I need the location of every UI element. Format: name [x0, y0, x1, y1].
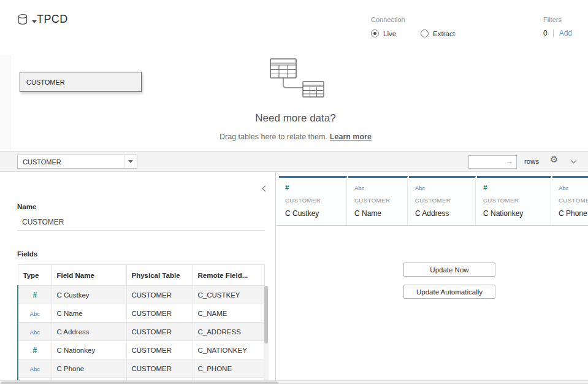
- collapse-panel-icon[interactable]: [262, 186, 269, 192]
- name-divider: [17, 230, 265, 231]
- fields-table-body: #C CustkeyCUSTOMERC_CUSTKEYAbcC NameCUST…: [18, 286, 264, 381]
- remote-field-cell: C_NATIONKEY: [193, 341, 264, 359]
- string-type-icon: Abc: [18, 323, 52, 341]
- fields-column-header[interactable]: Physical Table: [126, 265, 193, 286]
- grid-column-header[interactable]: AbcCUSTOMERC Phone: [552, 176, 588, 225]
- name-value[interactable]: CUSTOMER: [22, 218, 64, 226]
- field-name-cell: C Phone: [52, 359, 126, 378]
- filters-label: Filters: [543, 16, 572, 23]
- remote-field-cell: C_NAME: [193, 304, 264, 323]
- radio-live-label: Live: [383, 30, 396, 37]
- physical-table-cell: CUSTOMER: [126, 359, 193, 378]
- connection-label: Connection: [371, 16, 455, 23]
- physical-table-cell: CUSTOMER: [126, 323, 193, 341]
- grid-toolbar: CUSTOMER → rows ⚙: [0, 151, 588, 172]
- datasource-menu-button[interactable]: [17, 13, 37, 28]
- string-type-icon: Abc: [18, 304, 52, 323]
- field-name-cell: C Name: [52, 304, 126, 323]
- connection-radio-group: Live Extract: [371, 29, 455, 37]
- horizontal-scrollbar-track[interactable]: [0, 380, 588, 384]
- horizontal-scrollbar-thumb[interactable]: [1, 382, 278, 384]
- fields-table-header-row: TypeField NamePhysical TableRemote Field…: [18, 265, 264, 286]
- fields-label: Fields: [17, 250, 37, 258]
- physical-table-cell: CUSTOMER: [126, 304, 193, 323]
- field-row[interactable]: AbcC AddressCUSTOMERC_ADDRESS: [18, 323, 264, 341]
- fields-scrollbar-track[interactable]: [264, 286, 269, 380]
- string-type-icon: Abc: [18, 359, 52, 378]
- fields-scrollbar-thumb[interactable]: [264, 286, 268, 344]
- column-table-name: CUSTOMER: [483, 197, 544, 204]
- radio-extract-label: Extract: [433, 30, 455, 37]
- number-type-icon: #: [18, 341, 52, 359]
- number-type-icon: #: [483, 184, 544, 192]
- gear-icon[interactable]: ⚙: [550, 154, 558, 165]
- rows-label: rows: [524, 158, 539, 165]
- column-table-name: CUSTOMER: [354, 197, 401, 204]
- table-select-caret-zone[interactable]: [124, 155, 137, 168]
- grid-header: #CUSTOMERC CustkeyAbcCUSTOMERC NameAbcCU…: [277, 176, 588, 226]
- chevron-down-icon: [128, 160, 133, 163]
- filters-divider: [553, 29, 554, 37]
- radio-extract[interactable]: Extract: [421, 29, 455, 37]
- table-select-dropdown[interactable]: CUSTOMER: [17, 155, 137, 169]
- fields-table: TypeField NamePhysical TableRemote Field…: [17, 264, 265, 380]
- column-field-name: C Nationkey: [483, 209, 544, 218]
- empty-state-subtitle: Drag tables here to relate them.Learn mo…: [141, 132, 450, 141]
- grid-column-header[interactable]: AbcCUSTOMERC Address: [409, 176, 476, 225]
- update-now-button[interactable]: Update Now: [403, 263, 495, 277]
- filters-section: Filters 0 Add: [543, 16, 572, 37]
- fields-column-header[interactable]: Type: [18, 265, 52, 286]
- radio-live[interactable]: Live: [371, 29, 396, 37]
- tables-illustration-icon: [265, 57, 335, 104]
- column-table-name: CUSTOMER: [415, 197, 469, 204]
- remote-field-cell: C_CUSTKEY: [193, 286, 264, 304]
- field-row[interactable]: AbcC PhoneCUSTOMERC_PHONE: [18, 359, 264, 378]
- filters-count: 0: [543, 29, 548, 37]
- column-field-name: C Name: [354, 209, 401, 218]
- fields-column-header[interactable]: Remote Field...: [193, 265, 264, 286]
- string-type-icon: Abc: [559, 184, 588, 192]
- field-row[interactable]: #C CustkeyCUSTOMERC_CUSTKEY: [18, 286, 264, 304]
- left-pane-collapsed-strip[interactable]: [0, 55, 10, 151]
- string-type-icon: Abc: [354, 184, 401, 192]
- field-name-cell: C Custkey: [52, 286, 126, 304]
- fields-table-container: TypeField NamePhysical TableRemote Field…: [17, 264, 269, 380]
- remote-field-cell: C_ADDRESS: [193, 323, 264, 341]
- column-field-name: C Address: [415, 209, 469, 218]
- column-table-name: CUSTOMER: [559, 197, 588, 204]
- grid-column-header[interactable]: AbcCUSTOMERC Name: [348, 176, 408, 225]
- empty-state-title: Need more data?: [184, 112, 407, 125]
- fields-column-header[interactable]: Field Name: [52, 265, 126, 286]
- remote-field-cell: C_PHONE: [193, 359, 264, 378]
- name-label: Name: [17, 203, 36, 210]
- canvas-table-customer[interactable]: CUSTOMER: [20, 72, 142, 92]
- metadata-panel: Name CUSTOMER Fields TypeField NamePhysi…: [0, 172, 276, 380]
- number-type-icon: #: [285, 184, 340, 192]
- chevron-down-icon[interactable]: [571, 158, 577, 164]
- learn-more-link[interactable]: Learn more: [330, 132, 372, 141]
- filters-add-link[interactable]: Add: [559, 29, 572, 37]
- physical-table-cell: CUSTOMER: [126, 341, 193, 359]
- column-table-name: CUSTOMER: [285, 197, 340, 204]
- table-select-value: CUSTOMER: [23, 158, 61, 166]
- tableau-datasource-page: TPCD Connection Live Extract Filters 0 A…: [0, 0, 588, 384]
- field-name-cell: C Nationkey: [52, 341, 126, 359]
- radio-live-control[interactable]: [371, 29, 379, 37]
- grid-column-header[interactable]: #CUSTOMERC Nationkey: [477, 176, 551, 225]
- field-name-cell: C Address: [52, 323, 126, 341]
- column-field-name: C Custkey: [285, 209, 340, 218]
- connection-section: Connection Live Extract: [371, 16, 455, 37]
- column-field-name: C Phone: [559, 209, 588, 218]
- grid-column-header[interactable]: #CUSTOMERC Custkey: [279, 176, 347, 225]
- empty-state-text: Drag tables here to relate them.: [220, 132, 327, 141]
- radio-extract-control[interactable]: [421, 29, 429, 37]
- go-arrow-icon[interactable]: →: [506, 157, 513, 166]
- update-automatically-button[interactable]: Update Automatically: [403, 285, 495, 299]
- datasource-title: TPCD: [37, 13, 68, 26]
- field-row[interactable]: #C NationkeyCUSTOMERC_NATIONKEY: [18, 341, 264, 359]
- field-row[interactable]: AbcC NameCUSTOMERC_NAME: [18, 304, 264, 323]
- rows-count-input[interactable]: →: [468, 155, 517, 169]
- physical-table-cell: CUSTOMER: [126, 286, 193, 304]
- string-type-icon: Abc: [415, 184, 469, 192]
- dropdown-caret-icon: [32, 20, 37, 23]
